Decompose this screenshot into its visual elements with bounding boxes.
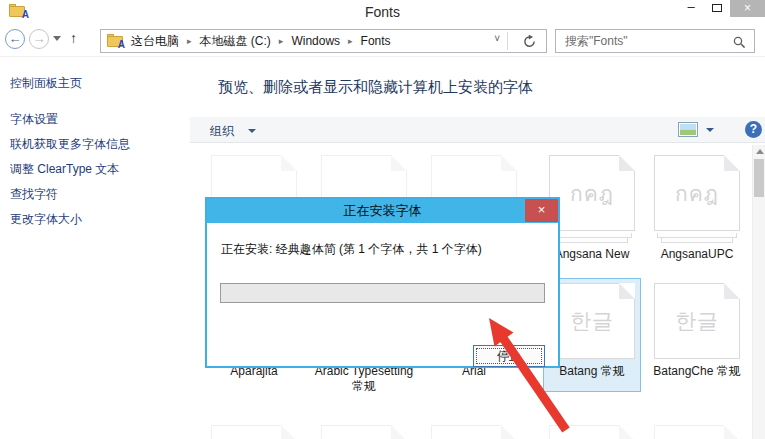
font-tile-label: AngsanaUPC xyxy=(642,247,752,262)
dialog-close-button[interactable]: × xyxy=(525,199,558,222)
scroll-up-icon[interactable] xyxy=(756,149,764,154)
sidebar-item-4[interactable]: 查找字符 xyxy=(10,186,58,203)
change-view-button[interactable] xyxy=(678,122,698,137)
font-tile-label: BatangChe 常规 xyxy=(642,364,752,379)
address-dropdown-icon[interactable]: ˅ xyxy=(494,33,500,44)
breadcrumb: 这台电脑▸本地磁盘 (C:)▸Windows▸Fonts xyxy=(129,30,393,52)
sidebar-item-1[interactable]: 字体设置 xyxy=(10,111,58,128)
font-tile-peek[interactable] xyxy=(654,425,740,439)
minimize-button[interactable]: – xyxy=(680,0,702,18)
page-fold-icon xyxy=(619,425,635,439)
page-fold-icon xyxy=(724,425,740,439)
help-icon[interactable] xyxy=(745,121,762,138)
font-tile-peek[interactable] xyxy=(549,425,635,439)
page-fold-icon xyxy=(391,425,407,439)
page-fold-icon xyxy=(391,155,407,171)
chevron-down-icon xyxy=(248,129,256,133)
font-preview-glyph: 한글 xyxy=(550,284,634,358)
organize-button[interactable]: 组织 xyxy=(210,123,234,140)
maximize-icon xyxy=(712,4,722,12)
dialog-titlebar: 正在安装字体 xyxy=(207,199,558,223)
stop-button[interactable]: 停止 xyxy=(473,345,545,367)
breadcrumb-separator-icon: ▸ xyxy=(181,30,198,52)
font-preview-glyph: กคฎ xyxy=(655,156,739,230)
breadcrumb-item[interactable]: 这台电脑 xyxy=(129,30,181,52)
refresh-icon[interactable] xyxy=(523,34,536,52)
stacked-page-edge xyxy=(661,238,733,243)
search-icon[interactable] xyxy=(733,35,746,53)
font-preview-glyph: กคฎ xyxy=(550,156,634,230)
breadcrumb-separator-icon: ▸ xyxy=(342,30,359,52)
page-fold-icon xyxy=(501,425,517,439)
dialog-title: 正在安装字体 xyxy=(207,202,558,220)
install-progress-bar xyxy=(220,283,545,303)
scrollbar-thumb[interactable] xyxy=(754,159,764,197)
picture-icon xyxy=(680,124,696,135)
address-bar[interactable]: 这台电脑▸本地磁盘 (C:)▸Windows▸Fonts ˅ xyxy=(100,29,547,53)
font-tile-peek[interactable] xyxy=(321,425,407,439)
sidebar-item-2[interactable]: 联机获取更多字体信息 xyxy=(10,136,130,153)
navigation-bar: ← → ↑ 这台电脑▸本地磁盘 (C:)▸Windows▸Fonts ˅ xyxy=(0,25,765,57)
address-folder-icon xyxy=(107,34,123,48)
views-dropdown-icon[interactable] xyxy=(706,128,714,132)
breadcrumb-separator-icon: ▸ xyxy=(273,30,290,52)
font-tile-angsanaupc[interactable]: กคฎ xyxy=(654,155,740,231)
up-button[interactable]: ↑ xyxy=(70,30,77,46)
install-status-text: 正在安装: 经典趣体简 (第 1 个字体，共 1 个字体) xyxy=(221,241,482,258)
installing-fonts-dialog: 正在安装字体 × 正在安装: 经典趣体简 (第 1 个字体，共 1 个字体) 停… xyxy=(205,197,560,368)
search-input[interactable] xyxy=(556,30,728,52)
sidebar-item-5[interactable]: 更改字体大小 xyxy=(10,211,82,228)
sidebar-item-control-panel-home[interactable]: 控制面板主页 xyxy=(10,75,82,92)
page-fold-icon xyxy=(281,155,297,171)
address-divider xyxy=(507,32,508,50)
stacked-page-edge xyxy=(556,238,628,243)
font-tile-angsana-new[interactable]: กคฎ xyxy=(549,155,635,231)
recent-locations-dropdown-icon[interactable] xyxy=(53,36,61,41)
window-titlebar: Fonts – × xyxy=(0,0,765,25)
page-title: 预览、删除或者显示和隐藏计算机上安装的字体 xyxy=(218,78,533,97)
font-tile-label: Arabic Typesetting 常规 xyxy=(309,364,419,394)
font-tile-peek[interactable] xyxy=(211,425,297,439)
focus-rect xyxy=(476,348,542,364)
search-box xyxy=(555,29,755,53)
font-tile-batang[interactable]: 한글 xyxy=(549,283,635,359)
forward-button[interactable]: → xyxy=(29,29,49,49)
command-bar: 组织 xyxy=(190,117,765,143)
close-button[interactable]: × xyxy=(730,0,765,17)
font-tile-batangche[interactable]: 한글 xyxy=(654,283,740,359)
breadcrumb-item[interactable]: Fonts xyxy=(359,30,393,52)
breadcrumb-item[interactable]: 本地磁盘 (C:) xyxy=(198,30,273,52)
font-tile-peek[interactable] xyxy=(431,425,517,439)
maximize-button[interactable] xyxy=(706,0,728,18)
sidebar-item-3[interactable]: 调整 ClearType 文本 xyxy=(10,161,119,178)
back-button[interactable]: ← xyxy=(5,29,25,49)
window-title: Fonts xyxy=(0,4,765,20)
vertical-scrollbar[interactable] xyxy=(752,145,765,439)
page-fold-icon xyxy=(501,155,517,171)
breadcrumb-item[interactable]: Windows xyxy=(289,30,342,52)
font-preview-glyph: 한글 xyxy=(655,284,739,358)
page-fold-icon xyxy=(281,425,297,439)
